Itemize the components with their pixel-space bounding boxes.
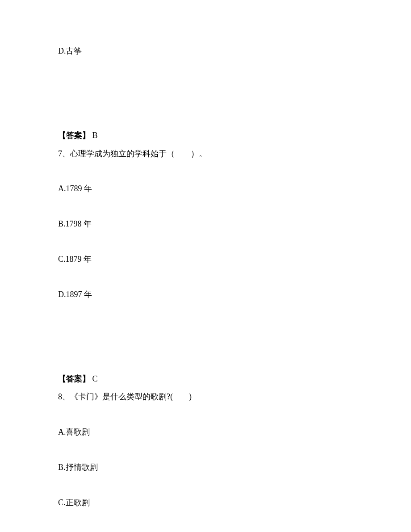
answer-7-label: 【答案】 (58, 374, 90, 383)
answer-6-label: 【答案】 (58, 131, 90, 140)
answer-6-value: B (92, 131, 98, 140)
question-7-option-d: D.1897 年 (58, 288, 353, 301)
previous-option-d: D.古筝 (58, 45, 353, 58)
question-8-option-b: B.抒情歌剧 (58, 461, 353, 474)
question-7-option-a: A.1789 年 (58, 182, 353, 195)
question-8-option-a: A.喜歌剧 (58, 426, 353, 439)
answer-7: 【答案】 C (58, 373, 353, 385)
question-8-option-c: C.正歌剧 (58, 496, 353, 509)
answer-7-value: C (92, 374, 98, 383)
question-7-option-c: C.1879 年 (58, 253, 353, 266)
answer-6: 【答案】 B (58, 129, 353, 142)
question-7-option-b: B.1798 年 (58, 218, 353, 230)
question-8-text: 8、《卡门》是什么类型的歌剧?( ) (58, 390, 353, 403)
question-7-text: 7、心理学成为独立的学科始于（ ）。 (58, 147, 353, 160)
